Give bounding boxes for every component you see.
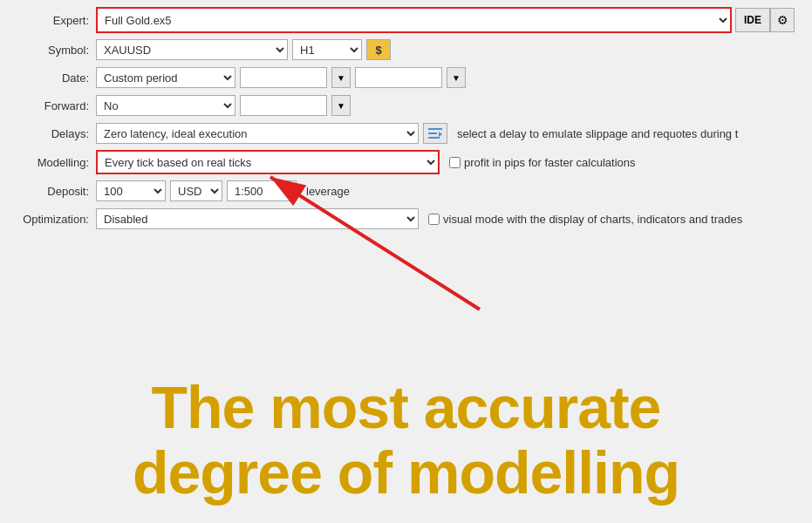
modelling-label: Modelling: (17, 156, 96, 169)
forward-select[interactable]: No1/21/31/4 (96, 95, 235, 116)
svg-rect-2 (428, 137, 440, 139)
date-to-input[interactable]: 2024.03.31 (355, 67, 442, 88)
delays-select[interactable]: Zero latency, ideal executionRandom dela… (96, 123, 419, 144)
currency-select[interactable]: USDEURGBP (170, 180, 222, 201)
ide-button[interactable]: IDE (735, 8, 770, 32)
slippage-button[interactable] (423, 123, 447, 144)
date-from-picker[interactable]: ▼ (331, 67, 351, 88)
expert-row: Expert: Full Gold.ex5 IDE ⚙ (17, 7, 795, 33)
big-text-line2: degree of modelling (0, 440, 812, 506)
optimization-label: Optimization: (17, 213, 96, 226)
delays-controls: Zero latency, ideal executionRandom dela… (96, 123, 795, 144)
big-text-line1: The most accurate (0, 375, 812, 440)
optimization-row: Optimization: DisabledSlow (complete alg… (17, 207, 795, 230)
modelling-checkbox-text: profit in pips for faster calculations (464, 156, 636, 169)
date-to-picker[interactable]: ▼ (447, 67, 466, 88)
forward-row: Forward: No1/21/31/4 2023.10.16 ▼ (17, 94, 795, 117)
modelling-select-wrap: Every tick based on real ticksEvery tick… (96, 150, 440, 174)
deposit-label: Deposit: (17, 185, 96, 198)
modelling-checkbox-label[interactable]: profit in pips for faster calculations (449, 156, 636, 169)
forward-date-input[interactable]: 2023.10.16 (240, 95, 327, 116)
modelling-checkbox[interactable] (449, 157, 461, 168)
modelling-row: Modelling: Every tick based on real tick… (17, 150, 795, 174)
svg-rect-1 (428, 132, 437, 134)
optimization-checkbox[interactable] (428, 214, 440, 225)
symbol-label: Symbol: (17, 44, 96, 57)
forward-controls: No1/21/31/4 2023.10.16 ▼ (96, 95, 795, 116)
date-controls: Custom periodAll historyLast year 2023.0… (96, 67, 795, 88)
symbol-row: Symbol: XAUUSD H1M1M5M15M30H4D1 $ (17, 38, 795, 61)
symbol-controls: XAUUSD H1M1M5M15M30H4D1 $ (96, 39, 795, 60)
date-type-select[interactable]: Custom periodAll historyLast year (96, 67, 235, 88)
expert-select[interactable]: Full Gold.ex5 (98, 9, 730, 31)
modelling-select[interactable]: Every tick based on real ticksEvery tick… (98, 152, 438, 173)
leverage-label: leverage (306, 185, 350, 198)
gear-button[interactable]: ⚙ (770, 8, 795, 32)
optimization-controls: DisabledSlow (complete algorithm)Fast (g… (96, 208, 795, 229)
bottom-text-area: The most accurate degree of modelling (0, 375, 812, 506)
optimization-note: visual mode with the display of charts, … (443, 213, 742, 226)
timeframe-select[interactable]: H1M1M5M15M30H4D1 (292, 39, 362, 60)
expert-select-wrap: Full Gold.ex5 (96, 7, 732, 33)
modelling-controls: Every tick based on real ticksEvery tick… (96, 150, 795, 174)
date-from-input[interactable]: 2023.03.01 (240, 67, 327, 88)
leverage-select[interactable]: 1:5001:1001:2001:1000 (227, 180, 297, 201)
svg-rect-0 (428, 128, 442, 130)
forward-date-picker[interactable]: ▼ (331, 95, 351, 116)
optimization-select[interactable]: DisabledSlow (complete algorithm)Fast (g… (96, 208, 419, 229)
expert-label: Expert: (17, 14, 96, 27)
deposit-select[interactable]: 100 (96, 180, 166, 201)
optimization-checkbox-label[interactable]: visual mode with the display of charts, … (428, 213, 742, 226)
deposit-row: Deposit: 100 USDEURGBP 1:5001:1001:2001:… (17, 180, 795, 202)
delays-label: Delays: (17, 127, 96, 140)
forward-label: Forward: (17, 99, 96, 112)
slippage-icon (427, 126, 443, 141)
deposit-controls: 100 USDEURGBP 1:5001:1001:2001:1000 leve… (96, 180, 795, 201)
date-row: Date: Custom periodAll historyLast year … (17, 66, 795, 89)
svg-marker-3 (439, 132, 442, 137)
dollar-button[interactable]: $ (366, 39, 391, 60)
delays-note: select a delay to emulate slippage and r… (457, 127, 738, 140)
delays-row: Delays: Zero latency, ideal executionRan… (17, 122, 795, 145)
date-label: Date: (17, 71, 96, 85)
symbol-select[interactable]: XAUUSD (96, 39, 288, 60)
